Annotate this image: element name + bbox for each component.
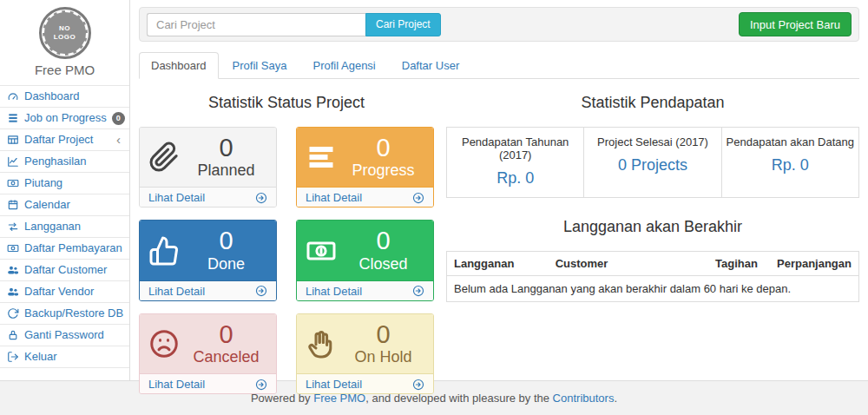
users-icon (7, 264, 19, 276)
onhold-label: On Hold (342, 348, 424, 366)
stat-pendapatan-tahunan: Pendapatan Tahunan (2017) Rp. 0 (447, 128, 583, 197)
sidebar-item-penghasilan[interactable]: Penghasilan (0, 151, 129, 173)
footer-text-middle: , and developed with pleasure by the (365, 392, 549, 405)
canceled-detail-link[interactable]: Lihat Detail (148, 378, 205, 391)
done-detail-link[interactable]: Lihat Detail (148, 285, 205, 298)
tasks-icon (306, 142, 337, 173)
arrow-circle-right-icon[interactable] (255, 379, 267, 391)
col-langganan: Langganan (447, 252, 549, 276)
frown-icon (148, 328, 180, 359)
sidebar-item-job-on-progress[interactable]: Job on Progress 0 (0, 108, 129, 129)
done-count: 0 (185, 227, 267, 254)
arrow-circle-right-icon[interactable] (412, 285, 424, 297)
app-layout: NO LOGO Free PMO Dashboard Job on Progre… (0, 0, 868, 380)
sidebar-item-daftar-pembayaran[interactable]: Daftar Pembayaran (0, 238, 129, 260)
progress-detail-link[interactable]: Lihat Detail (306, 191, 362, 204)
planned-count: 0 (185, 135, 267, 161)
status-card-on-hold: 0 On Hold Lihat Detail (296, 313, 434, 394)
hand-paper-icon (306, 328, 337, 359)
subscription-table: Langganan Customer Tagihan Perpanjangan … (446, 251, 859, 302)
closed-count: 0 (342, 227, 424, 254)
sidebar-menu: Dashboard Job on Progress 0 Daftar Proje… (0, 85, 129, 368)
arrow-circle-right-icon[interactable] (412, 379, 424, 391)
subscription-section-title: Langganan akan Berakhir (446, 218, 859, 236)
money-bill-icon (306, 235, 337, 267)
contributors-link[interactable]: Contributors (553, 392, 615, 405)
job-count-badge: 0 (112, 112, 125, 125)
tab-profil-saya[interactable]: Profil Saya (220, 52, 299, 79)
logo-text-top: NO (59, 24, 70, 33)
subscription-table-header: Langganan Customer Tagihan Perpanjangan (447, 252, 859, 276)
col-tagihan: Tagihan (708, 252, 770, 276)
canceled-label: Canceled (185, 348, 267, 366)
empty-subscription-message: Belum ada Langganan yang akan berakhir d… (447, 276, 859, 302)
retweet-icon (7, 221, 19, 233)
no-logo-seal: NO LOGO (39, 7, 91, 59)
canceled-count: 0 (185, 321, 267, 347)
sidebar-item-ganti-password[interactable]: Ganti Password (0, 325, 129, 346)
thumbs-up-icon (148, 235, 180, 267)
arrow-circle-right-icon[interactable] (255, 192, 267, 204)
status-section-title: Statistik Status Project (139, 94, 434, 112)
sidebar-item-daftar-customer[interactable]: Daftar Customer (0, 260, 129, 281)
footer-text-suffix: . (614, 392, 617, 405)
status-card-planned: 0 Planned Lihat Detail (139, 127, 277, 208)
stat-project-selesai: Project Selesai (2017) 0 Projects (583, 128, 720, 197)
project-search-bar: Cari Project Input Project Baru (139, 7, 859, 42)
sidebar-item-piutang[interactable]: Piutang (0, 173, 129, 194)
paperclip-icon (148, 142, 180, 173)
planned-label: Planned (185, 161, 267, 180)
income-section: Statistik Pendapatan Pendapatan Tahunan … (446, 81, 859, 394)
arrow-circle-right-icon[interactable] (412, 192, 424, 204)
pendapatan-akan-datang-value[interactable]: Rp. 0 (772, 156, 809, 174)
tab-profil-agensi[interactable]: Profil Agensi (300, 52, 387, 79)
project-selesai-value[interactable]: 0 Projects (618, 156, 687, 174)
planned-detail-link[interactable]: Lihat Detail (148, 191, 205, 204)
status-card-done: 0 Done Lihat Detail (139, 220, 277, 300)
search-input[interactable] (147, 13, 365, 36)
status-card-progress: 0 Progress Lihat Detail (296, 127, 434, 208)
table-icon (7, 134, 19, 146)
calendar-icon (7, 199, 19, 211)
tab-daftar-user[interactable]: Daftar User (390, 52, 471, 79)
sidebar-item-backup-restore-db[interactable]: Backup/Restore DB (0, 303, 129, 325)
closed-detail-link[interactable]: Lihat Detail (306, 285, 362, 298)
onhold-count: 0 (342, 321, 424, 347)
stat-pendapatan-akan-datang: Pendapatan akan Datang Rp. 0 (721, 128, 858, 197)
chevron-left-icon: ‹ (116, 135, 122, 145)
status-section: Statistik Status Project 0 Planned Lihat… (139, 81, 434, 394)
sidebar-item-langganan[interactable]: Langganan (0, 216, 129, 238)
money-icon (7, 242, 19, 254)
sign-out-icon (7, 351, 19, 363)
status-card-closed: 0 Closed Lihat Detail (296, 220, 434, 300)
closed-label: Closed (342, 255, 424, 273)
sidebar-item-dashboard[interactable]: Dashboard (0, 86, 129, 108)
sidebar-item-daftar-vendor[interactable]: Daftar Vendor (0, 281, 129, 303)
search-button[interactable]: Cari Project (365, 13, 441, 36)
main-tabs: Dashboard Profil Saya Profil Agensi Daft… (139, 52, 859, 79)
col-customer: Customer (549, 252, 708, 276)
col-perpanjangan: Perpanjangan (770, 252, 858, 276)
sidebar-item-calendar[interactable]: Calendar (0, 194, 129, 216)
pendapatan-tahunan-value[interactable]: Rp. 0 (496, 169, 534, 187)
users-icon (7, 286, 19, 298)
main-content: Cari Project Input Project Baru Dashboar… (130, 0, 868, 380)
sidebar-item-daftar-project[interactable]: Daftar Project ‹ (0, 129, 129, 151)
sidebar-item-keluar[interactable]: Keluar (0, 346, 129, 368)
money-icon (7, 177, 19, 189)
logo-text-bottom: LOGO (54, 33, 76, 42)
tab-dashboard[interactable]: Dashboard (139, 52, 219, 79)
free-pmo-link[interactable]: Free PMO (313, 392, 365, 405)
tachometer-icon (7, 90, 19, 102)
progress-label: Progress (342, 161, 424, 180)
search-group: Cari Project (147, 13, 441, 36)
sidebar: NO LOGO Free PMO Dashboard Job on Progre… (0, 0, 130, 380)
tasks-icon (7, 112, 19, 124)
line-chart-icon (7, 155, 19, 168)
arrow-circle-right-icon[interactable] (255, 285, 267, 297)
status-card-canceled: 0 Canceled Lihat Detail (139, 313, 277, 394)
new-project-button[interactable]: Input Project Baru (739, 12, 852, 36)
table-row: Belum ada Langganan yang akan berakhir d… (447, 276, 859, 302)
lock-icon (7, 329, 19, 341)
onhold-detail-link[interactable]: Lihat Detail (306, 378, 362, 391)
